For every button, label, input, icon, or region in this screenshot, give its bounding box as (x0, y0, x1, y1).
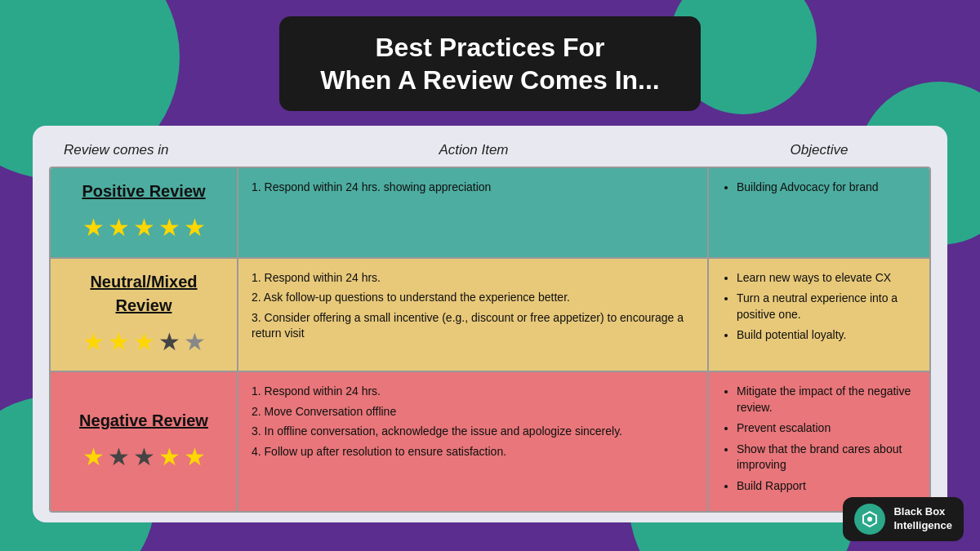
title-line2: When A Review Comes In... (320, 64, 659, 96)
neutral-objective-2: Turn a neutral experience into a positiv… (737, 291, 916, 322)
negative-objective-1: Mitigate the impact of the negative revi… (737, 384, 916, 415)
positive-review-cell: Positive Review ★ ★ ★ ★ ★ (51, 168, 238, 257)
neutral-action-list: 1. Respond within 24 hrs. 2. Ask follow-… (252, 270, 694, 342)
neutral-objective-cell: Learn new ways to elevate CX Turn a neut… (709, 259, 929, 371)
positive-action-list: 1. Respond within 24 hrs. showing apprec… (252, 180, 694, 196)
positive-objective-list: Building Advocacy for brand (722, 180, 916, 196)
star-1: ★ (82, 210, 105, 246)
neutral-objective-1: Learn new ways to elevate CX (737, 270, 916, 287)
negative-action-3: 3. In offline conversation, acknowledge … (252, 424, 694, 440)
positive-action-1: 1. Respond within 24 hrs. showing apprec… (252, 180, 694, 196)
table-row-neutral: Neutral/MixedReview ★ ★ ★ ★ ★ 1. Respond… (51, 259, 929, 373)
negative-action-2: 2. Move Conversation offline (252, 404, 694, 420)
logo-icon (854, 504, 885, 535)
neutral-action-2: 2. Ask follow-up questions to understand… (252, 290, 694, 306)
negative-objective-2: Prevent escalation (737, 420, 916, 437)
title-line1: Best Practices For (320, 31, 659, 64)
negative-stars: ★ ★ ★ ★ ★ (82, 439, 206, 475)
neutral-action-1: 1. Respond within 24 hrs. (252, 270, 694, 287)
negative-star-5: ★ (184, 439, 206, 475)
positive-stars: ★ ★ ★ ★ ★ (82, 210, 206, 246)
footer-logo: Black Box Intelligence (843, 497, 964, 541)
neutral-action-3: 3. Consider offering a small incentive (… (252, 310, 694, 342)
svg-point-0 (867, 517, 872, 522)
negative-star-1: ★ (82, 439, 105, 475)
star-3: ★ (133, 210, 155, 246)
col-header-objective: Objective (709, 139, 929, 162)
negative-objective-3: Show that the brand cares about improvin… (737, 442, 916, 473)
neutral-star-3: ★ (133, 324, 155, 360)
table-row-negative: Negative Review ★ ★ ★ ★ ★ 1. Respond wit… (51, 372, 929, 511)
col-header-action: Action Item (238, 139, 709, 162)
negative-star-2: ★ (108, 439, 130, 475)
neutral-objective-list: Learn new ways to elevate CX Turn a neut… (722, 270, 916, 344)
neutral-action-cell: 1. Respond within 24 hrs. 2. Ask follow-… (238, 259, 709, 371)
table-body: Positive Review ★ ★ ★ ★ ★ 1. Respond wit… (49, 167, 931, 513)
positive-review-label: Positive Review (82, 180, 205, 203)
negative-action-4: 4. Follow up after resolution to ensure … (252, 444, 694, 460)
negative-star-4: ★ (158, 439, 180, 475)
negative-objective-4: Build Rapport (737, 478, 916, 495)
table-row-positive: Positive Review ★ ★ ★ ★ ★ 1. Respond wit… (51, 168, 929, 259)
negative-review-cell: Negative Review ★ ★ ★ ★ ★ (51, 372, 238, 511)
neutral-objective-3: Build potential loyalty. (737, 327, 916, 344)
negative-action-list: 1. Respond within 24 hrs. 2. Move Conver… (252, 384, 694, 460)
column-headers: Review comes in Action Item Objective (49, 139, 931, 162)
logo-text: Black Box Intelligence (893, 505, 952, 533)
main-container: Best Practices For When A Review Comes I… (0, 0, 980, 551)
neutral-star-2: ★ (108, 324, 130, 360)
star-4: ★ (158, 210, 180, 246)
positive-action-cell: 1. Respond within 24 hrs. showing apprec… (238, 168, 709, 257)
star-2: ★ (108, 210, 130, 246)
negative-star-3: ★ (133, 439, 155, 475)
negative-objective-cell: Mitigate the impact of the negative revi… (709, 372, 929, 511)
neutral-star-5: ★ (184, 324, 206, 360)
negative-action-1: 1. Respond within 24 hrs. (252, 384, 694, 400)
logo-name-line1: Black Box (893, 505, 952, 519)
negative-action-cell: 1. Respond within 24 hrs. 2. Move Conver… (238, 372, 709, 511)
logo-name-line2: Intelligence (893, 519, 952, 533)
neutral-stars: ★ ★ ★ ★ ★ (82, 324, 206, 360)
best-practices-table: Review comes in Action Item Objective Po… (33, 126, 947, 522)
col-header-review: Review comes in (51, 139, 238, 162)
neutral-review-cell: Neutral/MixedReview ★ ★ ★ ★ ★ (51, 259, 238, 371)
positive-objective-1: Building Advocacy for brand (737, 180, 916, 196)
neutral-star-4: ★ (158, 324, 180, 360)
negative-review-label: Negative Review (79, 409, 208, 433)
negative-objective-list: Mitigate the impact of the negative revi… (722, 384, 916, 495)
main-title: Best Practices For When A Review Comes I… (279, 16, 700, 111)
star-5: ★ (184, 210, 206, 246)
positive-objective-cell: Building Advocacy for brand (709, 168, 929, 257)
neutral-star-1: ★ (82, 324, 105, 360)
neutral-review-label: Neutral/MixedReview (90, 270, 197, 318)
